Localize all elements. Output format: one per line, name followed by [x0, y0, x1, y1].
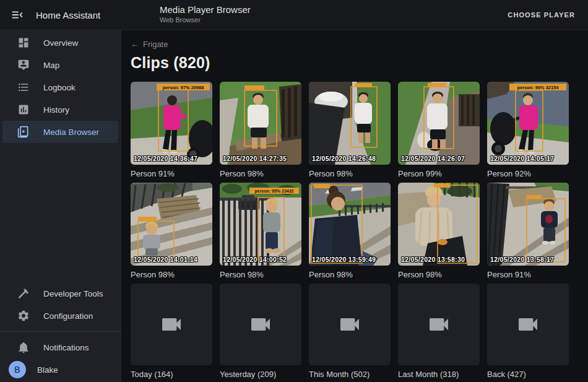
- logbook-icon: [17, 81, 30, 93]
- clip-timestamp: 12/05/2020 14:26:48: [312, 155, 376, 162]
- folder-thumbnail: [220, 284, 301, 365]
- clip-label: Person 99%: [398, 169, 480, 178]
- clip-card-8[interactable]: 12/05/2020 13:59:49 Person 98%: [309, 183, 391, 279]
- sidebar-item-overview[interactable]: Overview: [2, 32, 118, 54]
- breadcrumb-label: Frigate: [143, 40, 168, 49]
- clip-timestamp: 12/05/2020 14:05:17: [490, 155, 554, 162]
- clip-card-5[interactable]: person: 96% 32154 12/05/2020 14:05:17 Pe…: [487, 82, 569, 178]
- main-content: ← Frigate Clips (820) person: 97% 29988 …: [121, 30, 588, 382]
- svg-text:person: 97% 29988: person: 97% 29988: [163, 85, 204, 90]
- media-browser-icon: [17, 126, 30, 138]
- clip-timestamp: 12/05/2020 13:59:49: [312, 256, 376, 263]
- clip-card-2[interactable]: 12/05/2020 14:27:35 Person 98%: [220, 82, 301, 178]
- folder-card-this-month-502[interactable]: This Month (502): [309, 284, 391, 379]
- hammer-icon: [17, 287, 30, 300]
- app-title: Home Assistant: [36, 10, 100, 20]
- video-icon: [159, 312, 184, 337]
- clip-label: Person 91%: [487, 270, 569, 279]
- view-dashboard-icon: [17, 37, 30, 49]
- top-bar: Home Assistant Media Player Browser Web …: [0, 0, 588, 30]
- clip-timestamp: 12/05/2020 13:58:30: [401, 256, 465, 263]
- clip-label: Person 98%: [220, 270, 301, 279]
- folder-thumbnail: [309, 284, 391, 365]
- folder-thumbnail: [131, 284, 212, 365]
- clip-card-3[interactable]: 12/05/2020 14:26:48 Person 98%: [309, 82, 391, 178]
- svg-text:person: 96% 32154: person: 96% 32154: [517, 85, 559, 90]
- clip-label: Person 91%: [131, 169, 212, 178]
- sidebar-item-map[interactable]: Map: [2, 54, 118, 76]
- svg-text:person: 95% 23432: person: 95% 23432: [254, 189, 293, 194]
- profile-name: Blake: [37, 365, 58, 375]
- notifications-label: Notifications: [43, 343, 89, 352]
- video-icon: [426, 312, 451, 337]
- clip-label: Person 98%: [131, 270, 212, 279]
- sidebar-item-history[interactable]: History: [2, 98, 118, 121]
- clip-card-10[interactable]: 12/05/2020 13:58:17 Person 91%: [487, 183, 569, 279]
- folder-label: Yesterday (209): [220, 370, 301, 379]
- clip-label: Person 98%: [309, 270, 391, 279]
- page-title: Media Player Browser: [160, 4, 251, 15]
- map-icon: [17, 59, 30, 71]
- choose-player-button[interactable]: CHOOSE PLAYER: [504, 0, 579, 30]
- sidebar-tool-items: Developer Tools Configuration: [0, 282, 121, 327]
- clip-card-9[interactable]: 12/05/2020 13:58:30 Person 98%: [398, 183, 480, 279]
- clip-timestamp: 12/05/2020 14:36:47: [134, 155, 197, 162]
- video-icon: [337, 312, 362, 337]
- sidebar-divider: [0, 331, 121, 332]
- clip-card-1[interactable]: person: 97% 29988 12/05/2020 14:36:47 Pe…: [131, 82, 212, 178]
- clip-thumbnail: person: 96% 32154 12/05/2020 14:05:17: [487, 82, 569, 165]
- clip-thumbnail: 12/05/2020 14:27:35: [220, 82, 301, 165]
- video-icon: [516, 312, 540, 337]
- sidebar-nav-items: Overview Map Logbook History Media Brows…: [0, 30, 121, 143]
- clip-timestamp: 12/05/2020 14:26:07: [401, 155, 465, 162]
- sidebar-item-developer-tools[interactable]: Developer Tools: [2, 282, 118, 305]
- bell-icon: [17, 341, 30, 354]
- sidebar-bottom: Developer Tools Configuration Notificati…: [0, 282, 121, 382]
- folder-thumbnail: [398, 284, 480, 365]
- clip-thumbnail: person: 95% 23432 12/05/2020 14:00:52: [220, 183, 301, 266]
- folder-label: Today (164): [131, 370, 212, 379]
- sidebar-item-media-browser[interactable]: Media Browser: [2, 121, 118, 143]
- folder-card-back-427[interactable]: Back (427): [487, 284, 569, 379]
- folder-card-yesterday-209[interactable]: Yesterday (209): [220, 284, 301, 379]
- app-window: Home Assistant Media Player Browser Web …: [0, 0, 588, 382]
- clip-label: Person 92%: [487, 169, 569, 178]
- clip-label: Person 98%: [309, 169, 391, 178]
- folder-label: Back (427): [487, 370, 569, 379]
- video-icon: [248, 312, 273, 337]
- clip-thumbnail: 12/05/2020 13:59:49: [309, 183, 391, 266]
- folder-label: This Month (502): [309, 370, 391, 379]
- history-icon: [17, 103, 30, 116]
- clip-thumbnail: 12/05/2020 14:01:14: [131, 183, 212, 266]
- clip-timestamp: 12/05/2020 14:00:52: [223, 256, 287, 263]
- clip-thumbnail: person: 97% 29988 12/05/2020 14:36:47: [131, 82, 212, 165]
- clip-thumbnail: 12/05/2020 13:58:17: [487, 183, 569, 266]
- clip-thumbnail: 12/05/2020 13:58:30: [398, 183, 480, 266]
- page-title-block: Media Player Browser Web Browser: [160, 4, 251, 24]
- gear-icon: [17, 310, 30, 322]
- breadcrumb[interactable]: ← Frigate: [131, 39, 168, 49]
- clip-timestamp: 12/05/2020 13:58:17: [490, 256, 554, 263]
- folder-thumbnail: [487, 284, 569, 365]
- sidebar-item-configuration[interactable]: Configuration: [2, 305, 118, 327]
- avatar: B: [9, 361, 26, 378]
- sidebar-item-logbook[interactable]: Logbook: [2, 76, 118, 98]
- sidebar: Overview Map Logbook History Media Brows…: [0, 30, 121, 382]
- page-heading: Clips (820): [131, 54, 578, 72]
- clip-timestamp: 12/05/2020 14:01:14: [134, 256, 197, 263]
- clip-label: Person 98%: [220, 169, 301, 178]
- sidebar-toggle-icon[interactable]: [11, 8, 24, 22]
- clip-timestamp: 12/05/2020 14:27:35: [223, 155, 287, 162]
- folder-label: Last Month (318): [398, 370, 480, 379]
- sidebar-item-profile[interactable]: B Blake: [2, 358, 118, 381]
- media-grid: person: 97% 29988 12/05/2020 14:36:47 Pe…: [131, 82, 578, 379]
- folder-card-last-month-318[interactable]: Last Month (318): [398, 284, 480, 379]
- clip-card-7[interactable]: person: 95% 23432 12/05/2020 14:00:52 Pe…: [220, 183, 301, 279]
- clip-card-4[interactable]: 12/05/2020 14:26:07 Person 99%: [398, 82, 480, 178]
- folder-card-today-164[interactable]: Today (164): [131, 284, 212, 379]
- sidebar-item-notifications[interactable]: Notifications: [2, 336, 118, 358]
- clip-label: Person 98%: [398, 270, 480, 279]
- clip-thumbnail: 12/05/2020 14:26:48: [309, 82, 391, 165]
- back-arrow-icon: ←: [131, 39, 139, 49]
- clip-card-6[interactable]: 12/05/2020 14:01:14 Person 98%: [131, 183, 212, 279]
